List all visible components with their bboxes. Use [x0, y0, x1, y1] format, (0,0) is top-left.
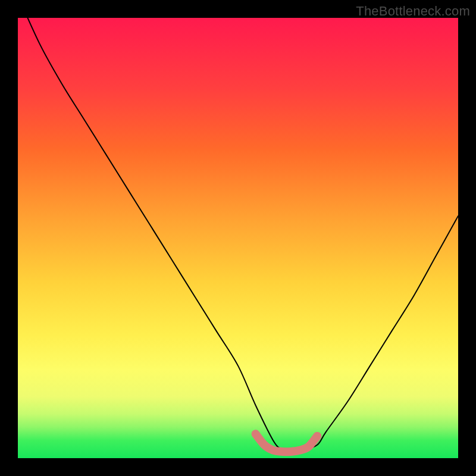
bottleneck-curve-line	[18, 18, 458, 450]
curve-layer	[18, 18, 458, 458]
watermark-text: TheBottleneck.com	[356, 4, 470, 19]
chart-frame: TheBottleneck.com	[0, 0, 476, 476]
plot-area	[18, 18, 458, 458]
floor-marker-dot-right	[313, 432, 321, 440]
floor-highlight-marker	[256, 434, 318, 452]
